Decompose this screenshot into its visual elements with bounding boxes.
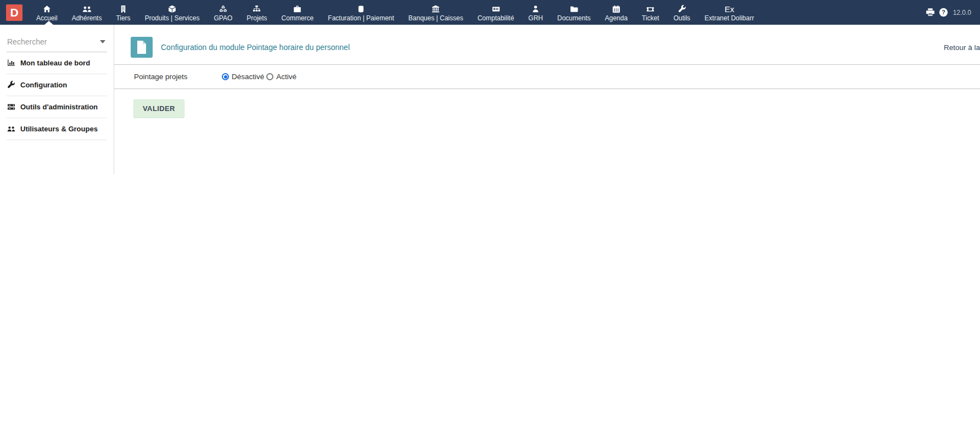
nav-item-label: Tiers [116, 15, 130, 22]
print-icon[interactable] [926, 8, 935, 17]
setting-value: Désactivé Activé [222, 73, 299, 81]
sidebar-item-label: Outils d'administration [20, 103, 98, 111]
users-group-icon [7, 125, 15, 133]
server-icon [7, 103, 15, 111]
bank-icon [431, 4, 440, 13]
sitemap-icon [252, 4, 261, 13]
active-menu-caret [44, 21, 53, 25]
sidebar-item-tableau-de-bord[interactable]: Mon tableau de bord [7, 52, 107, 74]
main-content: Configuration du module Pointage horaire… [114, 25, 980, 421]
navbar-menu: Accueil Adhérents Tiers Produits | Servi… [29, 0, 761, 25]
nav-item-adherents[interactable]: Adhérents [65, 0, 109, 25]
nav-item-label: Outils [674, 15, 691, 22]
page-title: Configuration du module Pointage horaire… [161, 43, 350, 52]
version-label: 12.0.0 [953, 9, 971, 16]
sidebar-item-label: Configuration [20, 81, 67, 89]
nav-item-produits-services[interactable]: Produits | Services [138, 0, 207, 25]
cubes-icon [219, 4, 228, 13]
radio-desactive-icon [222, 73, 229, 80]
nav-item-label: GPAO [214, 15, 232, 22]
nav-item-projets[interactable]: Projets [239, 0, 274, 25]
coins-icon [356, 4, 366, 13]
nav-item-outils[interactable]: Outils [667, 0, 698, 25]
sidebar-search [7, 34, 107, 52]
sidebar-item-utilisateurs-groupes[interactable]: Utilisateurs & Groupes [7, 118, 107, 140]
settings-table: Pointage projets Désactivé Activé [114, 64, 980, 89]
nav-item-label: Ticket [642, 15, 659, 22]
nav-item-label: Facturation | Paiement [328, 15, 394, 22]
search-caret-down-icon[interactable] [100, 40, 105, 43]
radio-label: Activé [276, 73, 296, 81]
nav-item-agenda[interactable]: Agenda [598, 0, 635, 25]
suitcase-icon [293, 4, 302, 13]
valider-button[interactable]: VALIDER [133, 99, 184, 118]
svg-text:?: ? [942, 9, 945, 15]
module-document-icon [131, 37, 153, 58]
money-check-icon [491, 4, 501, 13]
sidebar-item-label: Utilisateurs & Groupes [20, 125, 98, 133]
radio-option-desactive[interactable]: Désactivé [222, 73, 264, 81]
nav-item-ticket[interactable]: Ticket [635, 0, 667, 25]
radio-option-active[interactable]: Activé [266, 73, 296, 81]
nav-item-gpao[interactable]: GPAO [206, 0, 239, 25]
nav-item-banques-caisses[interactable]: Banques | Caisses [401, 0, 471, 25]
calendar-icon [612, 4, 621, 13]
nav-item-label: Banques | Caisses [408, 15, 463, 22]
ticket-icon [646, 4, 655, 13]
sidebar-item-label: Mon tableau de bord [20, 59, 90, 67]
nav-item-label: Comptabilité [478, 15, 514, 22]
home-icon [42, 4, 52, 13]
nav-item-grh[interactable]: GRH [521, 0, 550, 25]
product-cube-icon [167, 4, 177, 13]
nav-item-label: Documents [557, 15, 591, 22]
nav-item-label: Projets [247, 15, 267, 22]
nav-item-tiers[interactable]: Tiers [109, 0, 137, 25]
dashboard-chart-icon [7, 59, 15, 67]
page-header: Configuration du module Pointage horaire… [131, 37, 980, 58]
nav-item-label: Produits | Services [145, 15, 200, 22]
nav-item-commerce[interactable]: Commerce [275, 0, 321, 25]
nav-item-extranet-dolibarr[interactable]: Ex Extranet Dolibarr [697, 0, 761, 25]
thirdparty-icon [119, 4, 128, 13]
help-icon[interactable]: ? [939, 8, 948, 17]
radio-active-icon [266, 73, 273, 80]
nav-item-comptabilite[interactable]: Comptabilité [471, 0, 522, 25]
sidebar-item-configuration[interactable]: Configuration [7, 74, 107, 96]
nav-item-label: Commerce [282, 15, 314, 22]
nav-item-label: Agenda [605, 15, 628, 22]
sidebar-item-outils-administration[interactable]: Outils d'administration [7, 96, 107, 118]
user-tie-icon [531, 4, 540, 13]
setting-label: Pointage projets [134, 73, 222, 81]
nav-item-label: Adhérents [72, 15, 102, 22]
members-icon [82, 4, 92, 13]
extranet-ex-icon: Ex [725, 4, 735, 13]
folder-icon [569, 4, 579, 13]
nav-item-label: GRH [528, 15, 543, 22]
page-layout: Mon tableau de bord Configuration Outils… [0, 25, 980, 421]
nav-item-facturation-paiement[interactable]: Facturation | Paiement [321, 0, 401, 25]
search-input[interactable] [7, 37, 89, 46]
nav-item-documents[interactable]: Documents [550, 0, 598, 25]
nav-item-label: Extranet Dolibarr [704, 15, 754, 22]
setting-row-pointage-projets: Pointage projets Désactivé Activé [114, 65, 980, 88]
radio-label: Désactivé [232, 73, 264, 81]
wrench-icon [677, 4, 687, 13]
left-sidebar: Mon tableau de bord Configuration Outils… [0, 25, 114, 174]
navbar-right-tools: ? 12.0.0 [926, 8, 980, 17]
dolibarr-logo[interactable]: D [6, 4, 23, 21]
top-navbar: D Accueil Adhérents Tiers Produits | Ser… [0, 0, 980, 25]
back-to-list-link[interactable]: Retour à la [944, 43, 980, 52]
wrench-icon [7, 81, 15, 89]
